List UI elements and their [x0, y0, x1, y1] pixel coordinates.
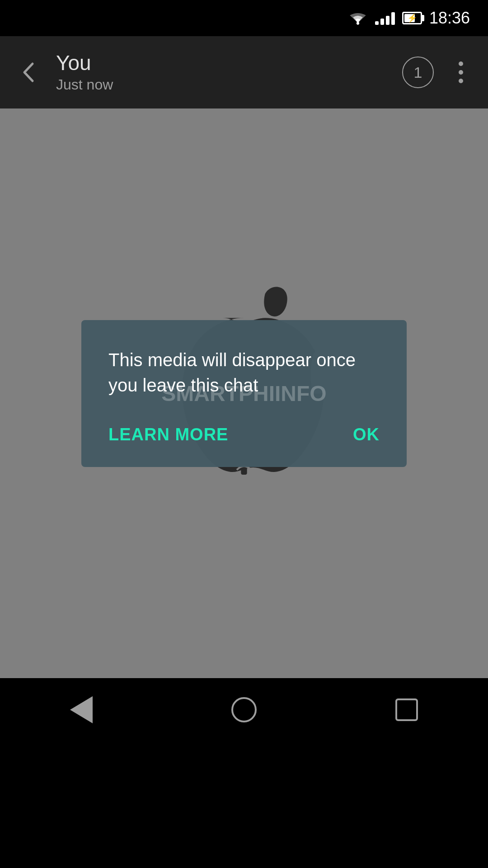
- nav-recents-button[interactable]: [384, 692, 429, 728]
- status-icons: ⚡ 18:36: [348, 9, 470, 28]
- time-display: 18:36: [429, 9, 470, 28]
- back-arrow-icon: [18, 61, 41, 84]
- contact-info: You Just now: [56, 52, 391, 93]
- signal-icon: [375, 11, 395, 25]
- dot-icon: [459, 70, 463, 75]
- dialog-overlay: This media will disappear once you leave…: [0, 108, 488, 678]
- media-area: SMARTPHIINFO This media will disappear o…: [0, 108, 488, 678]
- app-bar-actions: 1: [402, 57, 474, 88]
- contact-name: You: [56, 52, 391, 75]
- badge-button[interactable]: 1: [402, 57, 434, 88]
- back-button[interactable]: [14, 57, 45, 88]
- app-bar: You Just now 1: [0, 36, 488, 108]
- more-options-button[interactable]: [447, 57, 474, 88]
- status-bar: ⚡ 18:36: [0, 0, 488, 36]
- badge-number: 1: [414, 64, 422, 81]
- nav-back-button[interactable]: [59, 692, 104, 728]
- learn-more-button[interactable]: LEARN MORE: [108, 420, 228, 449]
- nav-back-icon: [70, 696, 93, 723]
- nav-home-button[interactable]: [221, 692, 267, 728]
- dialog-message: This media will disappear once you leave…: [108, 347, 380, 398]
- contact-status: Just now: [56, 76, 391, 93]
- dialog: This media will disappear once you leave…: [81, 320, 407, 467]
- dot-icon: [459, 61, 463, 66]
- dot-icon: [459, 79, 463, 83]
- wifi-icon: [348, 11, 368, 25]
- battery-icon: ⚡: [402, 12, 422, 24]
- ok-button[interactable]: OK: [353, 420, 380, 449]
- nav-recents-icon: [395, 698, 418, 721]
- svg-point-0: [357, 22, 359, 24]
- dialog-actions: LEARN MORE OK: [108, 420, 380, 449]
- nav-bar: [0, 678, 488, 741]
- nav-home-icon: [231, 697, 257, 722]
